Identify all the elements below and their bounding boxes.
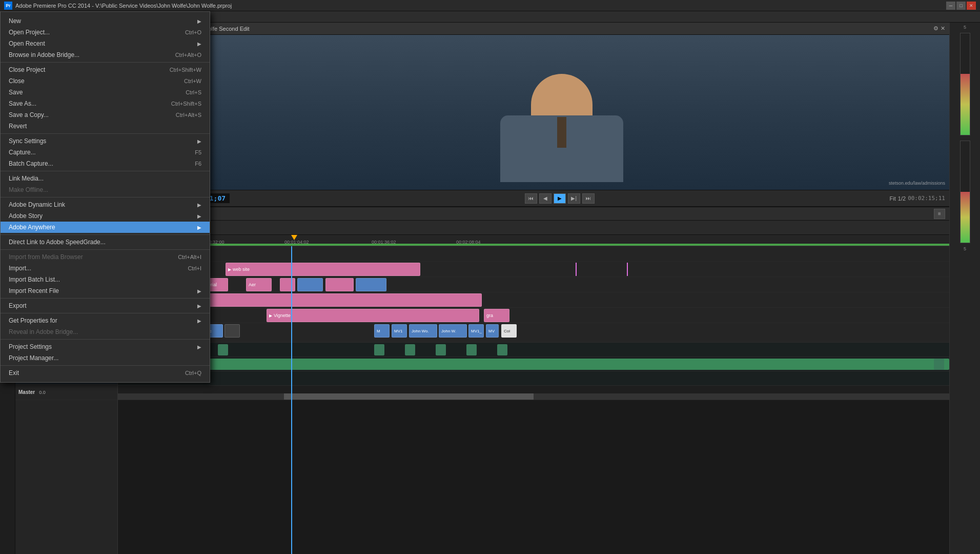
play-button[interactable]: ▶ (554, 193, 566, 204)
menu-batch-capture[interactable]: Batch Capture... F6 (1, 158, 210, 169)
ruler-playhead-marker (291, 235, 297, 240)
audio-clip-a1-4[interactable] (218, 344, 228, 355)
menu-open-recent[interactable]: Open Recent ▶ (1, 38, 210, 49)
menu-browse-bridge[interactable]: Browse in Adobe Bridge... Ctrl+Alt+O (1, 49, 210, 61)
menu-new[interactable]: New ▶ (1, 15, 210, 27)
audio-clip-a1-6[interactable] (405, 344, 415, 355)
audio-clip-a1-5[interactable] (374, 344, 384, 355)
close-button[interactable]: ✕ (967, 2, 976, 10)
prog-settings-icon[interactable]: ⚙ (933, 25, 938, 32)
menu-group-4: Link Media... Make Offline... (1, 171, 210, 197)
timeline-scrollbar-thumb[interactable] (284, 393, 534, 400)
menu-import-batch[interactable]: Import Batch List... (1, 274, 210, 285)
menu-adobe-anywhere[interactable]: Adobe Anywhere ▶ (1, 222, 210, 233)
menu-make-offline[interactable]: Make Offline... (1, 184, 210, 195)
menu-open-project[interactable]: Open Project... Ctrl+O (1, 27, 210, 38)
menu-group-8: Export ▶ (1, 299, 210, 313)
menu-group-11: Exit Ctrl+Q (1, 366, 210, 380)
step-back-button[interactable]: ◀ (539, 193, 552, 204)
audio-clip-a1-7[interactable] (436, 344, 446, 355)
menu-close[interactable]: Close Ctrl+W (1, 75, 210, 87)
menu-group-1: New ▶ Open Project... Ctrl+O Open Recent… (1, 14, 210, 63)
menu-adobe-story[interactable]: Adobe Story ▶ (1, 210, 210, 222)
clip-stetson-bug[interactable]: ▶ stetson bug (167, 293, 482, 307)
track-row-v3: ▶ stetson bug (118, 292, 949, 308)
clip-mv1b[interactable]: MV1 (392, 324, 407, 338)
app-icon: Pr (4, 2, 12, 10)
window-controls: ─ □ ✕ (946, 2, 976, 10)
clip-v4-blue2[interactable] (297, 278, 323, 291)
audio-meters-label: 5 (964, 25, 966, 30)
audio-meter-value: 5 (964, 246, 966, 251)
title-bar-left: Pr Adobe Premiere Pro CC 2014 - V:\Publi… (4, 2, 232, 10)
menu-group-7: Import from Media Browser Ctrl+Alt+I Imp… (1, 250, 210, 299)
prog-close-icon[interactable]: ✕ (941, 25, 945, 32)
timeline-settings-button[interactable]: ≡ (934, 209, 945, 219)
clip-v4-pink1[interactable] (280, 278, 295, 291)
track-label-master: Master 0.0 (15, 385, 117, 400)
timeline-scrollbar[interactable] (118, 393, 949, 400)
minimize-button[interactable]: ─ (946, 2, 955, 10)
menu-import-media-browser[interactable]: Import from Media Browser Ctrl+Alt+I (1, 251, 210, 263)
menu-import-recent[interactable]: Import Recent File ▶ (1, 285, 210, 296)
audio-clip-a2-last[interactable] (934, 359, 944, 370)
clip-website[interactable]: ▶ web site (226, 263, 420, 276)
track-row-v1: MV 003 John W. John Jc M MV1 John Wo. Jo… (118, 323, 949, 343)
master-value: 0.0 (39, 390, 46, 395)
play-forward-button[interactable]: ⏭ (582, 193, 595, 204)
clip-col[interactable]: Col (501, 324, 517, 338)
menu-adobe-dynamic-link[interactable]: Adobe Dynamic Link ▶ (1, 199, 210, 210)
clip-dark1[interactable] (224, 324, 240, 338)
clip-johnw2[interactable]: John Wo. (409, 324, 437, 338)
clip-m1[interactable]: M (374, 324, 390, 338)
clip-aerial2-label: Aer (249, 282, 256, 287)
menu-exit[interactable]: Exit Ctrl+Q (1, 367, 210, 379)
clip-mv1d[interactable]: MV (486, 324, 499, 338)
menu-project-manager[interactable]: Project Manager... (1, 352, 210, 364)
step-forward-button[interactable]: ▶| (568, 193, 580, 204)
menu-project-settings[interactable]: Project Settings ▶ (1, 341, 210, 352)
program-monitor-header: Program: Wolfe Second Edit ⚙ ✕ (174, 23, 949, 35)
menu-reveal-bridge[interactable]: Reveal in Adobe Bridge... (1, 326, 210, 338)
video-overlay-text: stetson.edu/law/admissions (889, 181, 945, 186)
menu-capture[interactable]: Capture... F5 (1, 147, 210, 158)
menu-group-9: Get Properties for ▶ Reveal in Adobe Bri… (1, 313, 210, 340)
menu-group-2: Close Project Ctrl+Shift+W Close Ctrl+W … (1, 63, 210, 134)
track-row-v6 (118, 246, 949, 262)
menu-group-10: Project Settings ▶ Project Manager... (1, 340, 210, 366)
clip-vignette2[interactable]: ▶ Vignette (267, 309, 479, 322)
program-video-display: stetson.edu/law/admissions (174, 35, 949, 190)
menu-save-copy[interactable]: Save a Copy... Ctrl+Alt+S (1, 109, 210, 121)
menu-get-properties[interactable]: Get Properties for ▶ (1, 315, 210, 326)
program-monitor: Program: Wolfe Second Edit ⚙ ✕ (174, 23, 949, 206)
menu-export[interactable]: Export ▶ (1, 300, 210, 311)
clip-aerial2[interactable]: Aer (246, 278, 272, 291)
menu-group-5: Adobe Dynamic Link ▶ Adobe Story ▶ Adobe… (1, 197, 210, 235)
track-row-v2: ▶ Vignette ▶ Vignette gra (118, 308, 949, 323)
menu-close-project[interactable]: Close Project Ctrl+Shift+W (1, 64, 210, 75)
clip-mv1c[interactable]: MV1_ (468, 324, 484, 338)
clip-marker-v5-2 (627, 263, 628, 276)
menu-save-as[interactable]: Save As... Ctrl+Shift+S (1, 98, 210, 109)
video-content: stetson.edu/law/admissions (174, 35, 949, 190)
clip-v4-pink2[interactable] (325, 278, 354, 291)
meter-level-left (961, 74, 970, 135)
maximize-button[interactable]: □ (956, 2, 966, 10)
menu-sync-settings[interactable]: Sync Settings ▶ (1, 135, 210, 147)
audio-clip-a2-main[interactable] (118, 359, 949, 370)
menu-save[interactable]: Save Ctrl+S (1, 87, 210, 98)
ratio-label: 1/2 (898, 195, 906, 202)
menu-link-media[interactable]: Link Media... (1, 173, 210, 184)
clip-v4-blue3[interactable] (356, 278, 386, 291)
audio-clip-a1-9[interactable] (497, 344, 507, 355)
clip-johnw3[interactable]: John W. (439, 324, 467, 338)
menu-speedgrade[interactable]: Direct Link to Adobe SpeedGrade... (1, 236, 210, 248)
menu-revert[interactable]: Revert (1, 121, 210, 132)
track-row-a2 (118, 357, 949, 371)
clip-gra[interactable]: gra (484, 309, 509, 322)
clip-vignette2-label: Vignette (274, 313, 291, 318)
menu-import[interactable]: Import... Ctrl+I (1, 263, 210, 274)
audio-clip-a1-8[interactable] (466, 344, 477, 355)
play-reverse-button[interactable]: ⏮ (525, 193, 537, 204)
right-panel: 5 5 (949, 23, 980, 554)
